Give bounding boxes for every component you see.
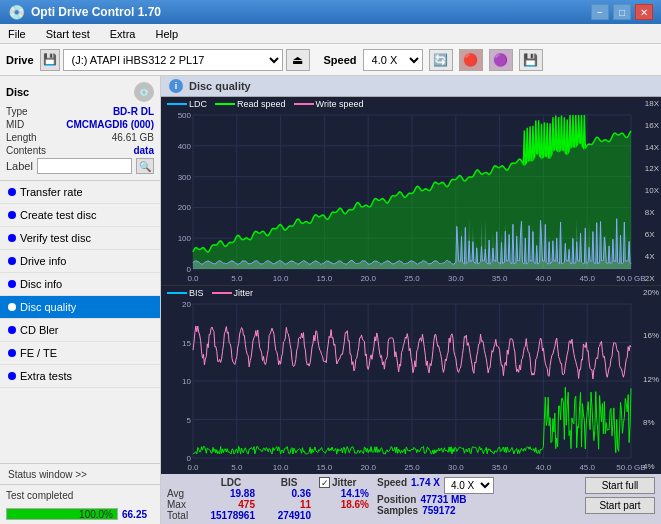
save-button[interactable]: 💾 — [519, 49, 543, 71]
stats-avg-label: Avg — [167, 488, 199, 499]
mid-value: CMCMAGDI6 (000) — [66, 119, 154, 130]
app-title: Opti Drive Control 1.70 — [31, 5, 161, 19]
title-bar: 💿 Opti Drive Control 1.70 − □ ✕ — [0, 0, 661, 24]
stats-total-bis: 274910 — [263, 510, 315, 521]
sidebar: Disc 💿 Type BD-R DL MID CMCMAGDI6 (000) … — [0, 76, 161, 524]
jitter-label: Jitter — [332, 477, 356, 488]
nav-label-disc-quality: Disc quality — [20, 301, 76, 313]
legend-jitter-color — [212, 292, 232, 294]
nav-dot-fe-te — [8, 349, 16, 357]
refresh-button[interactable]: 🔄 — [429, 49, 453, 71]
type-label: Type — [6, 106, 28, 117]
contents-label: Contents — [6, 145, 46, 156]
top-chart-canvas — [161, 97, 661, 285]
jitter-checkbox[interactable]: ✓ — [319, 477, 330, 488]
nav-label-extra-tests: Extra tests — [20, 370, 72, 382]
nav-disc-quality[interactable]: Disc quality — [0, 296, 160, 319]
stats-total-label: Total — [167, 510, 199, 521]
minimize-button[interactable]: − — [591, 4, 609, 20]
settings-button1[interactable]: 🔴 — [459, 49, 483, 71]
nav-transfer-rate[interactable]: Transfer rate — [0, 181, 160, 204]
disc-info-panel: Disc 💿 Type BD-R DL MID CMCMAGDI6 (000) … — [0, 76, 160, 181]
drive-label: Drive — [6, 54, 34, 66]
stats-max-label: Max — [167, 499, 199, 510]
samples-row: Samples 759172 — [377, 505, 494, 516]
legend-read: Read speed — [215, 99, 286, 109]
legend-read-label: Read speed — [237, 99, 286, 109]
nav-label-drive-info: Drive info — [20, 255, 66, 267]
status-text: Test completed — [6, 490, 73, 501]
legend-ldc-color — [167, 103, 187, 105]
drive-dropdown[interactable]: (J:) ATAPI iHBS312 2 PL17 — [63, 49, 283, 71]
stats-speed-pos: Speed 1.74 X 4.0 X Position 47731 MB Sam… — [377, 477, 494, 516]
samples-label: Samples — [377, 505, 418, 516]
speed-stat-val: 1.74 X — [411, 477, 440, 494]
close-button[interactable]: ✕ — [635, 4, 653, 20]
nav-dot-create-test-disc — [8, 211, 16, 219]
stats-footer: LDC BIS Avg 19.88 0.36 Max 475 11 Tota — [161, 473, 661, 524]
length-label: Length — [6, 132, 37, 143]
nav-disc-info[interactable]: Disc info — [0, 273, 160, 296]
settings-button2[interactable]: 🟣 — [489, 49, 513, 71]
stats-total-row: Total 15178961 274910 — [167, 510, 315, 521]
nav-cd-bler[interactable]: CD Bler — [0, 319, 160, 342]
jitter-max-row: 18.6% — [319, 499, 369, 510]
disc-quality-icon: i — [169, 79, 183, 93]
chart-bottom-legend: BIS Jitter — [167, 288, 253, 298]
charts-area: LDC Read speed Write speed 18X 16X 14X — [161, 97, 661, 473]
menu-extra[interactable]: Extra — [106, 28, 140, 40]
start-part-button[interactable]: Start part — [585, 497, 655, 514]
speed-label: Speed — [324, 54, 357, 66]
jitter-max-val: 18.6% — [319, 499, 369, 510]
stats-total-ldc: 15178961 — [199, 510, 263, 521]
jitter-avg-val: 14.1% — [319, 488, 369, 499]
legend-bis: BIS — [167, 288, 204, 298]
label-button[interactable]: 🔍 — [136, 158, 154, 174]
disc-icon: 💿 — [134, 82, 154, 102]
menu-start-test[interactable]: Start test — [42, 28, 94, 40]
progress-area: 100.0% 66.25 — [0, 506, 160, 524]
menu-file[interactable]: File — [4, 28, 30, 40]
stats-empty-header — [167, 477, 199, 488]
stats-ldc-header: LDC — [199, 477, 263, 488]
stats-max-bis: 11 — [263, 499, 315, 510]
action-buttons: Start full Start part — [585, 477, 655, 514]
label-input[interactable] — [37, 158, 132, 174]
nav-label-disc-info: Disc info — [20, 278, 62, 290]
nav-dot-drive-info — [8, 257, 16, 265]
nav-drive-info[interactable]: Drive info — [0, 250, 160, 273]
nav-label-cd-bler: CD Bler — [20, 324, 59, 336]
bottom-chart-canvas — [161, 286, 661, 474]
nav-dot-extra-tests — [8, 372, 16, 380]
legend-write: Write speed — [294, 99, 364, 109]
drive-icon: 💾 — [40, 49, 60, 71]
legend-bis-color — [167, 292, 187, 294]
nav-extra-tests[interactable]: Extra tests — [0, 365, 160, 388]
progress-bar-container: 100.0% — [6, 508, 118, 520]
chart-top-legend: LDC Read speed Write speed — [167, 99, 363, 109]
legend-bis-label: BIS — [189, 288, 204, 298]
nav-fe-te[interactable]: FE / TE — [0, 342, 160, 365]
position-row: Position 47731 MB — [377, 494, 494, 505]
maximize-button[interactable]: □ — [613, 4, 631, 20]
speed-dropdown[interactable]: 4.0 X — [363, 49, 423, 71]
legend-jitter-label: Jitter — [234, 288, 254, 298]
position-label: Position — [377, 494, 416, 505]
status-window-button[interactable]: Status window >> — [8, 469, 87, 480]
nav-label-verify-test-disc: Verify test disc — [20, 232, 91, 244]
progress-pct: 100.0% — [79, 509, 113, 521]
nav-dot-transfer-rate — [8, 188, 16, 196]
stats-header-row: LDC BIS — [167, 477, 315, 488]
nav-verify-test-disc[interactable]: Verify test disc — [0, 227, 160, 250]
nav-create-test-disc[interactable]: Create test disc — [0, 204, 160, 227]
eject-button[interactable]: ⏏ — [286, 49, 310, 71]
menu-bar: File Start test Extra Help — [0, 24, 661, 44]
nav-items: Transfer rate Create test disc Verify te… — [0, 181, 160, 463]
nav-dot-verify-test-disc — [8, 234, 16, 242]
legend-write-label: Write speed — [316, 99, 364, 109]
menu-help[interactable]: Help — [151, 28, 182, 40]
title-bar-controls: − □ ✕ — [591, 4, 653, 20]
legend-ldc-label: LDC — [189, 99, 207, 109]
speed-stat-dropdown[interactable]: 4.0 X — [444, 477, 494, 494]
start-full-button[interactable]: Start full — [585, 477, 655, 494]
